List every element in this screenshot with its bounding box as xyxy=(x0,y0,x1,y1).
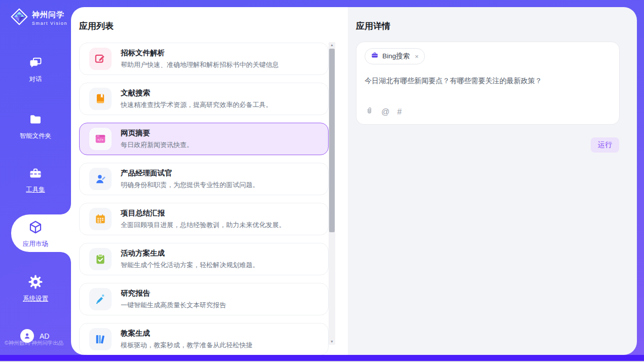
window-bottom-bar xyxy=(0,355,644,361)
app-desc: 每日政府新闻资讯快查。 xyxy=(121,140,193,150)
app-desc: 智能生成个性化活动方案，轻松解决规划难题。 xyxy=(121,261,259,270)
calendar-icon xyxy=(89,208,112,230)
sidebar-item-chat[interactable]: 对话 xyxy=(0,56,71,84)
app-card-lesson-plan[interactable]: 教案生成 模板驱动，教案秒成，教学准备从此轻松快捷 xyxy=(79,323,329,355)
chat-icon xyxy=(28,63,43,71)
brand-subtitle: Smart Vision xyxy=(32,21,67,26)
app-title: 教案生成 xyxy=(121,329,253,338)
run-button[interactable]: 运行 xyxy=(591,137,619,153)
app-desc: 模板驱动，教案秒成，教学准备从此轻松快捷 xyxy=(121,341,253,350)
app-card-bid-parsing[interactable]: 招标文件解析 帮助用户快速、准确地理解和解析招标书中的关键信息 xyxy=(79,43,329,75)
app-card-event-plan[interactable]: 活动方案生成 智能生成个性化活动方案，轻松解决规划难题。 xyxy=(79,243,329,275)
app-desc: 明确身份和职责，为您提供专业性的面试问题。 xyxy=(121,180,259,190)
hash-icon[interactable]: # xyxy=(397,107,402,117)
app-card-research-report[interactable]: 研究报告 一键智能生成高质量长文本研究报告 xyxy=(79,283,329,315)
app-title: 研究报告 xyxy=(121,288,226,298)
app-title: 产品经理面试官 xyxy=(121,168,259,178)
sidebar-item-label: 工具集 xyxy=(0,186,71,194)
books-icon xyxy=(89,328,112,350)
app-list-title: 应用列表 xyxy=(79,20,114,32)
app-desc: 帮助用户快速、准确地理解和解析招标书中的关键信息 xyxy=(121,60,279,69)
paperclip-icon[interactable] xyxy=(365,106,374,118)
sidebar-item-smart-folder[interactable]: 智能文件夹 xyxy=(0,113,71,140)
app-detail-title: 应用详情 xyxy=(356,20,390,32)
browser-code-icon: </> xyxy=(89,128,112,150)
tool-tag-bing-search[interactable]: Bing搜索 × xyxy=(365,48,425,64)
mention-icon[interactable]: @ xyxy=(381,107,389,117)
brand-name: 神州问学 xyxy=(32,10,67,20)
app-card-pm-interviewer[interactable]: 产品经理面试官 明确身份和职责，为您提供专业性的面试问题。 xyxy=(79,163,329,195)
clipboard-check-icon xyxy=(89,248,112,270)
sidebar-item-label: 对话 xyxy=(0,75,71,84)
pen-square-icon xyxy=(89,48,112,70)
main-window: 应用列表 招标文件解析 帮助用户快速、准确地理解和解析招标书中的关键信息 xyxy=(71,7,637,355)
brand-logo: 神州问学 Smart Vision xyxy=(10,8,67,28)
sidebar-item-label: 应用市场 xyxy=(0,240,71,248)
sidebar-item-toolset[interactable]: 工具集 xyxy=(0,166,71,194)
scroll-up-icon[interactable]: ▲ xyxy=(329,42,335,48)
app-title: 招标文件解析 xyxy=(121,48,279,58)
sidebar-item-settings[interactable]: 系统设置 xyxy=(0,274,71,303)
close-icon[interactable]: × xyxy=(415,53,419,60)
briefcase-icon xyxy=(371,51,379,61)
ink-pen-icon xyxy=(89,288,112,310)
tool-tag-label: Bing搜索 xyxy=(382,52,410,61)
copyright-text: ©神州数码·神州问学出品 xyxy=(5,340,63,347)
app-title: 活动方案生成 xyxy=(121,248,259,258)
toolbox-icon xyxy=(28,173,43,182)
scrollbar-thumb[interactable] xyxy=(329,49,335,232)
app-list-scrollbar[interactable]: ▲ ▼ xyxy=(329,42,335,345)
app-title: 网页摘要 xyxy=(121,128,193,138)
book-icon xyxy=(89,88,112,110)
app-detail-panel: 应用详情 Bing搜索 × 今日湖北有哪些新闻要点？有哪些需要关注的最新政策？ xyxy=(348,7,637,355)
query-input[interactable]: 今日湖北有哪些新闻要点？有哪些需要关注的最新政策？ xyxy=(365,76,611,86)
attachment-toolbar: @ # xyxy=(365,106,402,118)
query-card: Bing搜索 × 今日湖北有哪些新闻要点？有哪些需要关注的最新政策？ @ # xyxy=(356,42,620,125)
svg-text:</>: </> xyxy=(97,138,103,142)
app-desc: 快速精准查找学术资源，提高研究效率的必备工具。 xyxy=(121,100,272,110)
gear-icon xyxy=(28,282,43,291)
app-card-literature-search[interactable]: 文献搜索 快速精准查找学术资源，提高研究效率的必备工具。 xyxy=(79,83,329,115)
sidebar: 神州问学 Smart Vision 对话 智能文件夹 xyxy=(0,0,71,355)
scroll-down-icon[interactable]: ▼ xyxy=(329,339,335,345)
user-initials: AD xyxy=(40,332,49,340)
sidebar-item-label: 系统设置 xyxy=(0,295,71,303)
app-desc: 一键智能生成高质量长文本研究报告 xyxy=(121,301,226,310)
sidebar-item-label: 智能文件夹 xyxy=(0,132,71,140)
app-title: 项目总结汇报 xyxy=(121,208,285,218)
brand-diamond-icon xyxy=(10,8,28,28)
app-desc: 全面回顾项目进展，总结经验教训，助力未来优化发展。 xyxy=(121,221,285,230)
folder-icon xyxy=(28,120,43,128)
cube-icon xyxy=(28,228,43,236)
app-cards: 招标文件解析 帮助用户快速、准确地理解和解析招标书中的关键信息 文献搜索 快速精… xyxy=(79,43,329,355)
person-icon xyxy=(89,168,112,190)
app-title: 文献搜索 xyxy=(121,88,272,98)
app-card-project-summary[interactable]: 项目总结汇报 全面回顾项目进展，总结经验教训，助力未来优化发展。 xyxy=(79,203,329,235)
app-card-web-summary[interactable]: </> 网页摘要 每日政府新闻资讯快查。 xyxy=(79,123,329,155)
app-list-panel: 应用列表 招标文件解析 帮助用户快速、准确地理解和解析招标书中的关键信息 xyxy=(71,7,348,355)
sidebar-item-app-market[interactable]: 应用市场 xyxy=(0,220,71,248)
